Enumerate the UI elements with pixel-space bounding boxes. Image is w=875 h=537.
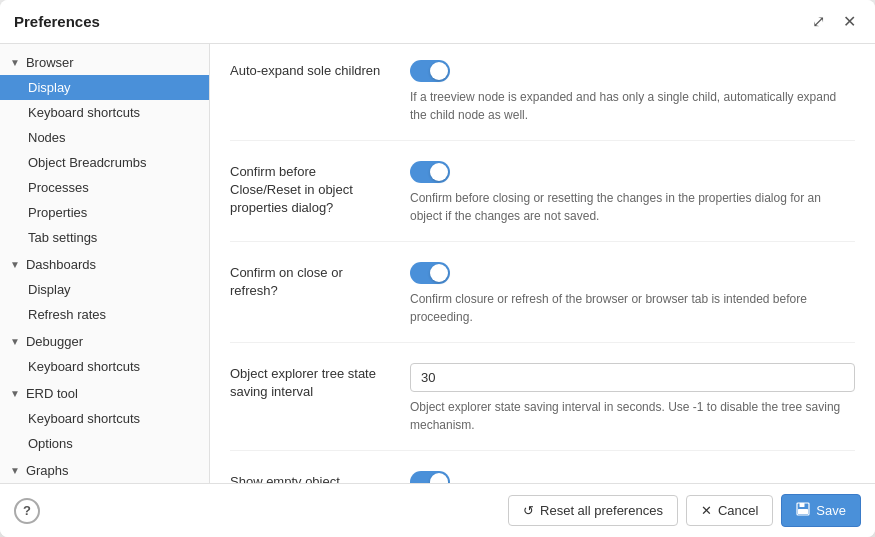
toggle-container-confirm-close-refresh xyxy=(410,262,855,284)
chevron-browser-icon: ▼ xyxy=(10,57,20,68)
sidebar-item-nodes[interactable]: Nodes xyxy=(0,125,209,150)
pref-row-confirm-close-reset: Confirm before Close/Reset in object pro… xyxy=(230,161,855,242)
input-tree-state-interval[interactable] xyxy=(410,363,855,392)
sidebar-item-erd-options[interactable]: Options xyxy=(0,431,209,456)
chevron-debugger-icon: ▼ xyxy=(10,336,20,347)
sidebar-item-object-breadcrumbs[interactable]: Object Breadcrumbs xyxy=(0,150,209,175)
pref-control-show-empty-collections: If turned off, then all object collectio… xyxy=(410,471,855,483)
save-icon xyxy=(796,502,810,519)
chevron-erd-tool-icon: ▼ xyxy=(10,388,20,399)
dialog-body: ▼BrowserDisplayKeyboard shortcutsNodesOb… xyxy=(0,44,875,483)
help-button[interactable]: ? xyxy=(14,498,40,524)
pref-row-tree-state-interval: Object explorer tree state saving interv… xyxy=(230,363,855,451)
pref-row-auto-expand: Auto-expand sole childrenIf a treeview n… xyxy=(230,60,855,141)
pref-label-tree-state-interval: Object explorer tree state saving interv… xyxy=(230,363,390,401)
footer-left: ? xyxy=(14,498,40,524)
pref-description-tree-state-interval: Object explorer state saving interval in… xyxy=(410,398,855,434)
reset-button[interactable]: ↺ Reset all preferences xyxy=(508,495,678,526)
reset-label: Reset all preferences xyxy=(540,503,663,518)
sidebar-item-dash-display[interactable]: Display xyxy=(0,277,209,302)
sidebar-item-tab-settings[interactable]: Tab settings xyxy=(0,225,209,250)
pref-description-confirm-close-refresh: Confirm closure or refresh of the browse… xyxy=(410,290,855,326)
sidebar-item-properties[interactable]: Properties xyxy=(0,200,209,225)
pref-label-show-empty-collections: Show empty object collections? xyxy=(230,471,390,483)
pref-label-auto-expand: Auto-expand sole children xyxy=(230,60,390,80)
toggle-thumb-confirm-close-reset xyxy=(430,163,448,181)
sidebar-group-header-dashboards[interactable]: ▼Dashboards xyxy=(0,252,209,277)
svg-rect-1 xyxy=(800,503,805,507)
chevron-dashboards-icon: ▼ xyxy=(10,259,20,270)
pref-control-confirm-close-refresh: Confirm closure or refresh of the browse… xyxy=(410,262,855,326)
expand-button[interactable]: ⤢ xyxy=(807,10,830,33)
cancel-icon: ✕ xyxy=(701,503,712,518)
save-button[interactable]: Save xyxy=(781,494,861,527)
pref-row-show-empty-collections: Show empty object collections?If turned … xyxy=(230,471,855,483)
dialog-header: Preferences ⤢ ✕ xyxy=(0,0,875,44)
pref-label-confirm-close-refresh: Confirm on close or refresh? xyxy=(230,262,390,300)
toggle-container-confirm-close-reset xyxy=(410,161,855,183)
sidebar-group-label-erd-tool: ERD tool xyxy=(26,386,78,401)
cancel-label: Cancel xyxy=(718,503,758,518)
sidebar-item-processes[interactable]: Processes xyxy=(0,175,209,200)
pref-control-tree-state-interval: Object explorer state saving interval in… xyxy=(410,363,855,434)
pref-control-confirm-close-reset: Confirm before closing or resetting the … xyxy=(410,161,855,225)
sidebar-group-label-browser: Browser xyxy=(26,55,74,70)
sidebar-item-display[interactable]: Display xyxy=(0,75,209,100)
dialog-title: Preferences xyxy=(14,13,100,30)
sidebar-group-dashboards: ▼DashboardsDisplayRefresh rates xyxy=(0,252,209,327)
dialog-footer: ? ↺ Reset all preferences ✕ Cancel S xyxy=(0,483,875,537)
sidebar-item-refresh-rates[interactable]: Refresh rates xyxy=(0,302,209,327)
sidebar-group-header-erd-tool[interactable]: ▼ERD tool xyxy=(0,381,209,406)
pref-description-auto-expand: If a treeview node is expanded and has o… xyxy=(410,88,855,124)
sidebar-group-label-graphs: Graphs xyxy=(26,463,69,478)
sidebar-item-debug-keyboard-shortcuts[interactable]: Keyboard shortcuts xyxy=(0,354,209,379)
sidebar-group-label-dashboards: Dashboards xyxy=(26,257,96,272)
save-label: Save xyxy=(816,503,846,518)
sidebar-group-browser: ▼BrowserDisplayKeyboard shortcutsNodesOb… xyxy=(0,50,209,250)
sidebar-group-header-debugger[interactable]: ▼Debugger xyxy=(0,329,209,354)
toggle-container-auto-expand xyxy=(410,60,855,82)
reset-icon: ↺ xyxy=(523,503,534,518)
pref-row-confirm-close-refresh: Confirm on close or refresh?Confirm clos… xyxy=(230,262,855,343)
main-content: Auto-expand sole childrenIf a treeview n… xyxy=(210,44,875,483)
toggle-show-empty-collections[interactable] xyxy=(410,471,450,483)
toggle-confirm-close-refresh[interactable] xyxy=(410,262,450,284)
svg-rect-2 xyxy=(798,509,808,514)
sidebar-item-erd-keyboard-shortcuts[interactable]: Keyboard shortcuts xyxy=(0,406,209,431)
sidebar-group-graphs: ▼GraphsDisplay xyxy=(0,458,209,483)
header-actions: ⤢ ✕ xyxy=(807,10,861,33)
cancel-button[interactable]: ✕ Cancel xyxy=(686,495,773,526)
sidebar-group-header-graphs[interactable]: ▼Graphs xyxy=(0,458,209,483)
sidebar-group-label-debugger: Debugger xyxy=(26,334,83,349)
pref-description-confirm-close-reset: Confirm before closing or resetting the … xyxy=(410,189,855,225)
close-button[interactable]: ✕ xyxy=(838,10,861,33)
toggle-thumb-auto-expand xyxy=(430,62,448,80)
sidebar: ▼BrowserDisplayKeyboard shortcutsNodesOb… xyxy=(0,44,210,483)
pref-label-confirm-close-reset: Confirm before Close/Reset in object pro… xyxy=(230,161,390,218)
toggle-thumb-confirm-close-refresh xyxy=(430,264,448,282)
preferences-dialog: Preferences ⤢ ✕ ▼BrowserDisplayKeyboard … xyxy=(0,0,875,537)
sidebar-group-erd-tool: ▼ERD toolKeyboard shortcutsOptions xyxy=(0,381,209,456)
toggle-auto-expand[interactable] xyxy=(410,60,450,82)
pref-control-auto-expand: If a treeview node is expanded and has o… xyxy=(410,60,855,124)
sidebar-group-header-browser[interactable]: ▼Browser xyxy=(0,50,209,75)
footer-right: ↺ Reset all preferences ✕ Cancel Save xyxy=(508,494,861,527)
chevron-graphs-icon: ▼ xyxy=(10,465,20,476)
sidebar-group-debugger: ▼DebuggerKeyboard shortcuts xyxy=(0,329,209,379)
toggle-container-show-empty-collections xyxy=(410,471,855,483)
toggle-confirm-close-reset[interactable] xyxy=(410,161,450,183)
sidebar-item-keyboard-shortcuts[interactable]: Keyboard shortcuts xyxy=(0,100,209,125)
